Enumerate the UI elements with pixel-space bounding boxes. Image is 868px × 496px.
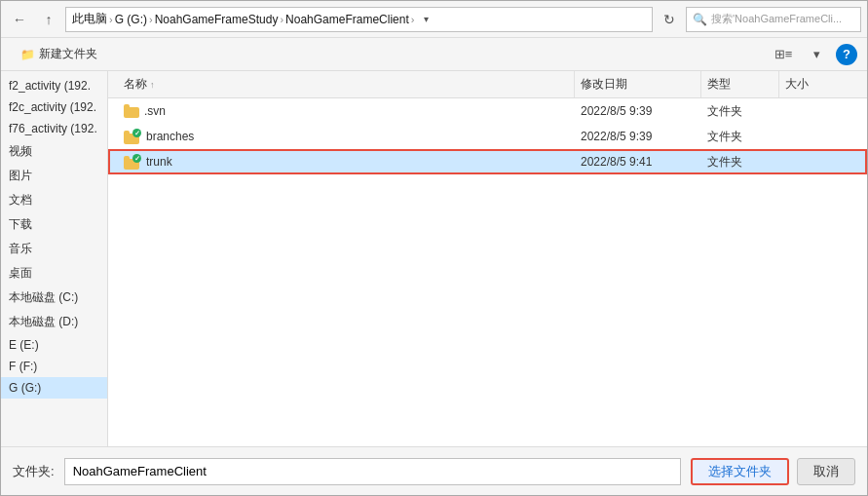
sidebar-item-10[interactable]: 本地磁盘 (D:) <box>1 310 107 334</box>
cancel-button[interactable]: 取消 <box>797 458 855 485</box>
folder-input[interactable] <box>64 458 681 485</box>
new-folder-label: 新建文件夹 <box>39 46 97 62</box>
view-dropdown-icon: ▾ <box>813 47 820 61</box>
col-type-label: 类型 <box>707 76 731 93</box>
file-list-container: 名称 ↑ 修改日期 类型 大小 .svn2022/8/5 9:39文件夹✓bra… <box>108 71 867 446</box>
toolbar: 📁 新建文件夹 ⊞≡ ▾ ? <box>1 38 867 71</box>
search-icon: 🔍 <box>693 13 707 26</box>
help-icon: ? <box>843 47 850 61</box>
sidebar-item-11[interactable]: E (E:) <box>1 334 107 356</box>
breadcrumb-computer[interactable]: 此电脑 <box>72 11 107 27</box>
sidebar-item-6[interactable]: 下载 <box>1 212 107 237</box>
sidebar-item-4[interactable]: 图片 <box>1 164 107 188</box>
sidebar-item-1[interactable]: f2c_activity (192. <box>1 96 107 118</box>
file-name-cell-0: .svn <box>118 101 575 121</box>
search-bar: 🔍 搜索'NoahGameFrameCli... <box>686 7 861 32</box>
content-area: f2_activity (192.f2c_activity (192.f76_a… <box>1 71 867 446</box>
sidebar-item-13[interactable]: G (G:) <box>1 377 107 399</box>
file-name-cell-2: ✓trunk <box>118 151 575 172</box>
file-name-text: trunk <box>146 155 172 169</box>
help-button[interactable]: ? <box>836 44 857 65</box>
file-date-cell-0: 2022/8/5 9:39 <box>575 101 701 121</box>
col-date-label: 修改日期 <box>581 76 627 93</box>
col-size[interactable]: 大小 <box>779 71 857 97</box>
file-type-cell-0: 文件夹 <box>701 100 779 123</box>
sidebar-item-0[interactable]: f2_activity (192. <box>1 75 107 96</box>
new-folder-icon: 📁 <box>20 48 35 61</box>
bottom-actions: 选择文件夹 取消 <box>691 458 855 485</box>
sidebar-item-9[interactable]: 本地磁盘 (C:) <box>1 286 107 310</box>
view-dropdown-button[interactable]: ▾ <box>803 42 830 67</box>
up-button[interactable]: ↑ <box>36 7 61 32</box>
file-dialog: ← ↑ 此电脑 › G (G:) › NoahGameFrameStudy › … <box>0 0 868 496</box>
select-folder-button[interactable]: 选择文件夹 <box>691 458 789 485</box>
file-name-text: .svn <box>144 104 166 118</box>
folder-icon <box>124 104 139 118</box>
toolbar-right: ⊞≡ ▾ ? <box>770 42 857 67</box>
breadcrumb-bar: 此电脑 › G (G:) › NoahGameFrameStudy › Noah… <box>65 7 653 32</box>
sidebar-item-2[interactable]: f76_activity (192. <box>1 118 107 139</box>
refresh-button[interactable]: ↻ <box>657 7 682 32</box>
file-name-text: branches <box>146 130 194 143</box>
breadcrumb-sep-4: › <box>411 14 415 25</box>
address-bar: ← ↑ 此电脑 › G (G:) › NoahGameFrameStudy › … <box>1 1 867 38</box>
new-folder-button[interactable]: 📁 新建文件夹 <box>11 42 107 67</box>
breadcrumb-sep-2: › <box>149 14 153 25</box>
col-name-label: 名称 <box>124 76 147 93</box>
breadcrumb-client[interactable]: NoahGameFrameClient <box>285 13 409 26</box>
file-size-cell-0 <box>779 108 857 114</box>
col-sort-icon: ↑ <box>150 80 155 90</box>
breadcrumb-sep-3: › <box>280 14 283 25</box>
breadcrumb-dropdown-button[interactable]: ▾ <box>416 10 435 29</box>
file-size-cell-1 <box>779 134 857 139</box>
svn-folder-icon: ✓ <box>124 129 141 144</box>
svn-folder-icon: ✓ <box>124 154 141 170</box>
col-date[interactable]: 修改日期 <box>575 71 701 97</box>
refresh-icon: ↻ <box>663 12 675 27</box>
back-icon: ← <box>13 12 26 27</box>
file-type-cell-1: 文件夹 <box>701 126 779 148</box>
file-list: .svn2022/8/5 9:39文件夹✓branches2022/8/5 9:… <box>108 98 867 446</box>
sidebar: f2_activity (192.f2c_activity (192.f76_a… <box>1 71 108 446</box>
col-size-label: 大小 <box>785 76 809 93</box>
file-size-cell-2 <box>779 159 857 165</box>
col-type[interactable]: 类型 <box>701 71 779 97</box>
table-row[interactable]: ✓trunk2022/8/5 9:41文件夹 <box>108 149 867 174</box>
sidebar-item-12[interactable]: F (F:) <box>1 356 107 377</box>
up-icon: ↑ <box>46 12 53 27</box>
folder-label: 文件夹: <box>13 463 55 480</box>
view-icon: ⊞≡ <box>774 47 793 61</box>
col-name[interactable]: 名称 ↑ <box>118 71 575 97</box>
view-toggle-button[interactable]: ⊞≡ <box>770 42 797 67</box>
sidebar-item-5[interactable]: 文档 <box>1 188 107 212</box>
file-list-header: 名称 ↑ 修改日期 类型 大小 <box>108 71 867 98</box>
table-row[interactable]: .svn2022/8/5 9:39文件夹 <box>108 98 867 124</box>
search-placeholder: 搜索'NoahGameFrameCli... <box>711 12 842 26</box>
file-date-cell-1: 2022/8/5 9:39 <box>575 127 701 146</box>
sidebar-item-7[interactable]: 音乐 <box>1 237 107 261</box>
back-button[interactable]: ← <box>7 7 32 32</box>
breadcrumb-sep-1: › <box>109 14 113 25</box>
breadcrumb-study[interactable]: NoahGameFrameStudy <box>155 13 279 26</box>
sidebar-item-3[interactable]: 视频 <box>1 139 107 164</box>
table-row[interactable]: ✓branches2022/8/5 9:39文件夹 <box>108 124 867 149</box>
bottom-bar: 文件夹: 选择文件夹 取消 <box>1 446 867 495</box>
file-type-cell-2: 文件夹 <box>701 151 779 173</box>
sidebar-item-8[interactable]: 桌面 <box>1 261 107 286</box>
dropdown-arrow-icon: ▾ <box>424 14 429 24</box>
breadcrumb-drive[interactable]: G (G:) <box>115 13 147 26</box>
file-date-cell-2: 2022/8/5 9:41 <box>575 152 701 172</box>
file-name-cell-1: ✓branches <box>118 126 575 147</box>
